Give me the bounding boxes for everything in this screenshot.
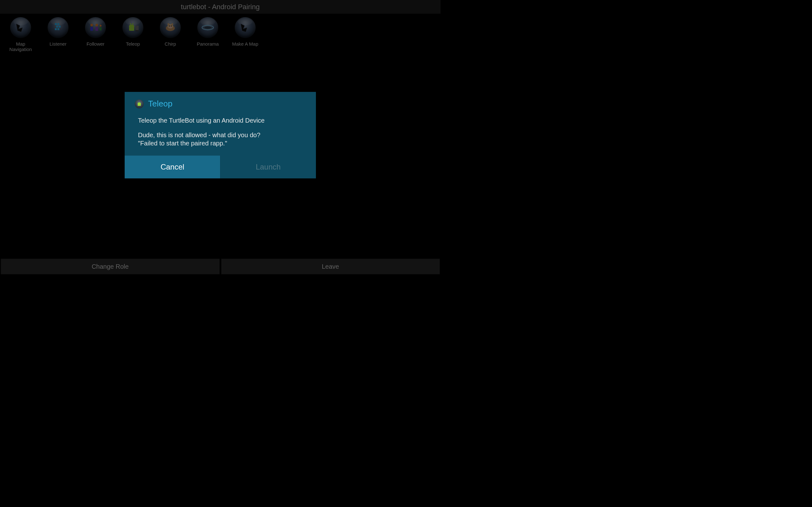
app-teleop[interactable]: Teleop bbox=[114, 17, 152, 52]
svg-point-8 bbox=[96, 24, 98, 26]
svg-rect-1 bbox=[57, 23, 59, 25]
svg-point-12 bbox=[130, 23, 131, 24]
dialog-error-line2: "Failed to start the paired rapp." bbox=[138, 139, 303, 147]
svg-rect-2 bbox=[56, 26, 58, 27]
app-label: Make A Map bbox=[232, 41, 258, 47]
svg-rect-0 bbox=[55, 23, 57, 25]
launch-button[interactable]: Launch bbox=[220, 156, 316, 178]
cancel-button[interactable]: Cancel bbox=[125, 156, 220, 178]
page-title: turtlebot - Android Pairing bbox=[181, 3, 259, 11]
change-role-button[interactable]: Change Role bbox=[1, 259, 220, 274]
svg-point-19 bbox=[167, 23, 169, 26]
svg-rect-3 bbox=[55, 28, 57, 30]
teleop-icon bbox=[122, 17, 143, 38]
app-label: Chirp bbox=[165, 41, 176, 47]
listener-icon bbox=[48, 17, 68, 38]
svg-rect-14 bbox=[129, 27, 134, 31]
svg-point-20 bbox=[171, 23, 173, 26]
leave-button[interactable]: Leave bbox=[221, 259, 440, 274]
footer-bar: Change Role Leave bbox=[0, 259, 441, 275]
app-panorama[interactable]: Panorama bbox=[189, 17, 226, 52]
panorama-icon bbox=[197, 17, 218, 38]
svg-rect-4 bbox=[57, 28, 59, 30]
app-label: Teleop bbox=[126, 41, 140, 47]
app-map-navigation[interactable]: Map Navigation bbox=[2, 17, 39, 52]
svg-point-6 bbox=[90, 24, 93, 26]
app-chirp[interactable]: Chirp bbox=[152, 17, 189, 52]
teleop-dialog: Teleop Teleop the TurtleBot using an And… bbox=[125, 92, 316, 178]
app-make-a-map[interactable]: Make A Map bbox=[226, 17, 264, 52]
chirp-icon bbox=[160, 17, 181, 38]
follower-icon bbox=[85, 17, 106, 38]
map-nav-icon bbox=[10, 17, 31, 38]
app-grid: Map Navigation Listener bbox=[0, 14, 441, 55]
app-label: Map Navigation bbox=[4, 41, 37, 52]
android-robot-icon bbox=[135, 100, 144, 108]
svg-rect-26 bbox=[138, 104, 141, 106]
svg-point-23 bbox=[169, 26, 171, 28]
svg-point-10 bbox=[100, 25, 101, 26]
dialog-title: Teleop bbox=[148, 99, 172, 109]
svg-point-13 bbox=[132, 23, 134, 24]
svg-rect-7 bbox=[90, 27, 93, 31]
dialog-body: Teleop the TurtleBot using an Android De… bbox=[125, 112, 316, 156]
app-listener[interactable]: Listener bbox=[39, 17, 77, 52]
svg-rect-15 bbox=[136, 26, 139, 30]
app-label: Panorama bbox=[197, 41, 218, 47]
app-label: Listener bbox=[49, 41, 66, 47]
app-label: Follower bbox=[87, 41, 105, 47]
svg-point-25 bbox=[204, 26, 211, 29]
header-bar: turtlebot - Android Pairing bbox=[0, 0, 441, 14]
svg-point-21 bbox=[169, 26, 170, 26]
svg-rect-5 bbox=[59, 26, 61, 27]
svg-rect-9 bbox=[96, 27, 98, 31]
dialog-button-row: Cancel Launch bbox=[125, 156, 316, 178]
make-map-icon bbox=[235, 17, 256, 38]
dialog-description: Teleop the TurtleBot using an Android De… bbox=[138, 116, 303, 124]
svg-rect-11 bbox=[100, 27, 101, 31]
dialog-error-line1: Dude, this is not allowed - what did you… bbox=[138, 131, 303, 139]
svg-rect-16 bbox=[136, 30, 139, 32]
svg-point-22 bbox=[171, 26, 172, 26]
app-follower[interactable]: Follower bbox=[77, 17, 114, 52]
dialog-title-row: Teleop bbox=[125, 92, 316, 112]
